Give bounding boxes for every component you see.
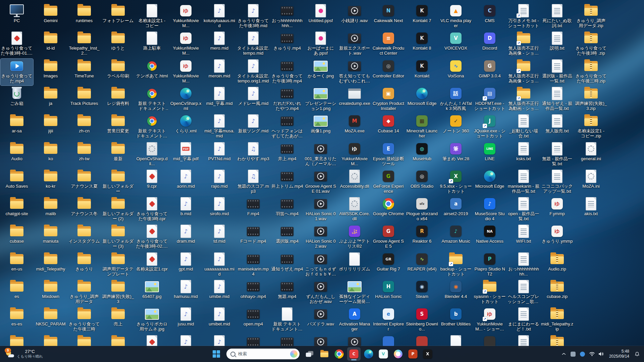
desktop-icon[interactable]: 羽笛へ.mp4 [271,196,304,223]
desktop-icon[interactable]: zh-cn [68,114,101,140]
desktop-icon[interactable]: PPiapro Studio NT2 [473,252,506,279]
desktop-icon[interactable]: X↗9.5.xlsx - ショートカット [439,169,472,196]
desktop-icon[interactable]: ko [34,141,67,168]
desktop-icon[interactable]: きゅうり.mp4 [271,31,304,58]
desktop-icon[interactable]: 選択版.mp4 [271,224,304,251]
search-box[interactable]: 検索 [226,349,300,359]
desktop-icon[interactable]: きゅうり_調声用データ [68,279,101,306]
desktop-icon[interactable]: 井上.mp4 [271,141,304,168]
desktop-icon[interactable]: アナウンス夏 [68,169,101,196]
desktop-icon[interactable]: 名称未設定1.cpr [136,252,168,279]
desktop-icon[interactable]: ゆYukkuriMovieM... [169,31,202,58]
desktop-icon[interactable]: GGIMP 3.0.4 [473,59,506,85]
desktop-icon[interactable]: DDiscord [473,31,506,58]
desktop-icon[interactable]: ↗無人販売不正行為動画 - ショートカット [507,86,540,113]
desktop-icon[interactable]: createdump.exe [338,86,371,113]
desktop-icon[interactable]: ♪PVTNd.mid [203,141,236,168]
desktop-icon[interactable]: ゆYukkuriMovieM... [169,3,202,30]
desktop-icon[interactable]: es-es [0,307,33,334]
desktop-icon[interactable]: ♪dram.mid [169,224,202,251]
desktop-icon[interactable]: manisekarin.mp4 [237,252,270,279]
desktop-icon[interactable]: KKontakt 8 [406,31,438,58]
desktop-icon[interactable]: まにまにわーるど！.txt [507,307,540,334]
desktop-icon[interactable]: きゅうり食ってた午後三時 [68,307,101,334]
tray-app-icon-2[interactable] [578,348,587,360]
desktop-icon[interactable]: sfzPlogue sforzando x64 [406,196,438,223]
desktop-icon[interactable]: ◎Controller Editor [372,59,405,85]
desktop-icon[interactable]: ♪Amazon Music [439,224,472,251]
desktop-icon[interactable]: OpenCvSharp.dll... [136,141,168,168]
desktop-icon[interactable]: 画像1.png [304,114,337,140]
desktop-icon[interactable]: ポリリリリズム [338,252,371,279]
desktop-icon[interactable]: 調声練習(失敗)_3.zip [575,86,607,113]
desktop-icon[interactable]: ♪MuseScore Studio 4 [473,196,506,223]
desktop-icon[interactable]: 新しいフォルダー (2) [102,196,135,223]
desktop-icon[interactable]: jijii [34,114,67,140]
desktop-icon[interactable]: open - 親作品一覧.txt [507,196,540,223]
desktop-icon[interactable]: 新規エクスポート.wav [338,31,371,58]
desktop-icon[interactable]: KKontakt [406,59,438,85]
desktop-icon[interactable]: ♪kotusytuaaus.mid [203,3,236,30]
desktop-icon[interactable]: bBrother Utilities [439,307,472,334]
desktop-icon[interactable]: chatgpt-site [0,196,33,223]
desktop-icon[interactable]: Gemini [34,3,67,30]
desktop-icon[interactable]: PC [0,3,33,30]
desktop-icon[interactable]: ヘルスコンプレッション＿歌詞.txt [507,279,540,306]
desktop-icon[interactable]: en-us [0,252,33,279]
desktop-icon[interactable]: ♪gpt.mid [169,252,202,279]
desktop-icon[interactable]: ♪rajio.mid [203,169,236,196]
desktop-icon[interactable]: 最新 [102,141,135,168]
desktop-icon[interactable]: ♪sirofo.mid [203,196,236,223]
desktop-icon[interactable]: ∿REAPER (x64) [406,252,438,279]
desktop-icon[interactable]: きゅうり食ってた午後3時.mp4 [271,59,304,85]
desktop-icon[interactable]: ja [34,86,67,113]
desktop-icon[interactable]: ずんだもん_しおかぜ.wav [304,279,337,306]
desktop-icon[interactable]: プレゼンテーション1.png [304,86,337,113]
taskbar-app-x[interactable]: X [421,347,434,361]
desktop-icon[interactable]: runtimes [68,3,101,30]
desktop-icon[interactable]: ゆきゅうり.ymmp [541,224,574,251]
desktop-icon[interactable]: 新規 テキスト ドキュメント.html [136,114,168,140]
desktop-icon[interactable]: F.mp4 [237,196,270,223]
desktop-icon[interactable]: TimeTune [68,59,101,85]
desktop-icon[interactable]: 営業日変更 [102,114,135,140]
notification-bell-icon[interactable] [633,348,641,360]
tray-app-icon-1[interactable] [569,348,578,360]
desktop-icon[interactable]: HALion Sonic 01.wav [304,196,337,223]
desktop-icon[interactable]: ◆Cubase 14 [372,114,405,140]
desktop-icon[interactable]: ▲VLC media player [439,3,472,30]
desktop-icon[interactable]: パズドラ.wav [304,307,337,334]
desktop-icon[interactable]: ↗無人販売不正行為画像 - ショートカット [507,59,540,85]
desktop-icon[interactable]: AWSSDK.Core.dll [338,196,371,223]
desktop-icon[interactable]: アナウンス冬 [68,196,101,223]
desktop-icon[interactable]: ♪td.mid [203,224,236,251]
desktop-icon[interactable]: MMoZA.exe [338,114,371,140]
desktop-icon[interactable]: 答え知っててもむずいわこれ.wav [338,59,371,85]
desktop-icon[interactable]: ♪umibet.mid [203,307,236,334]
desktop-icon[interactable]: zh-tw [68,141,101,168]
desktop-icon[interactable]: cubase.zip [541,279,574,306]
desktop-icon[interactable]: ▣Crypton Product Installer [372,86,405,113]
desktop-icon[interactable]: かるーく.png [304,59,337,85]
desktop-icon[interactable]: ♫無題のスコア.mp3 [237,169,270,196]
desktop-icon[interactable]: ♪新規ソング.mid [237,114,270,140]
desktop-icon[interactable]: Audio [0,141,33,168]
desktop-icon[interactable]: 新しいフォルダー [102,169,135,196]
desktop-icon[interactable]: きゅうり [68,252,101,279]
desktop-icon[interactable]: NANative Access [473,224,506,251]
desktop-icon[interactable]: ♪jusu.mid [169,307,202,334]
desktop-icon[interactable]: CCMS [473,3,506,30]
desktop-icon[interactable]: ♪hamusu.mid [169,279,202,306]
desktop-icon[interactable]: ゆF.ymmp [541,196,574,223]
desktop-icon[interactable]: id-id [34,31,67,58]
desktop-icon[interactable]: ♪uaaaaaaaaa.mid [203,252,236,279]
desktop-icon[interactable]: ♪mid_字幕.mid [203,86,236,113]
desktop-icon[interactable]: RReaktor 6 [406,224,438,251]
desktop-icon[interactable]: ♪b.mid [169,196,202,223]
desktop-icon[interactable]: ↗backup - ショートカット [439,252,472,279]
desktop-icon[interactable]: ♪メドレー風.mid [237,86,270,113]
desktop-icon[interactable]: eInternet Explorer [372,307,405,334]
desktop-icon[interactable]: NKSC_PARAM [34,307,67,334]
desktop-icon[interactable]: ごみ箱 [0,86,33,113]
desktop-icon[interactable]: 001_東北きりたん（ノーマル）_今しゃ... [304,141,337,168]
